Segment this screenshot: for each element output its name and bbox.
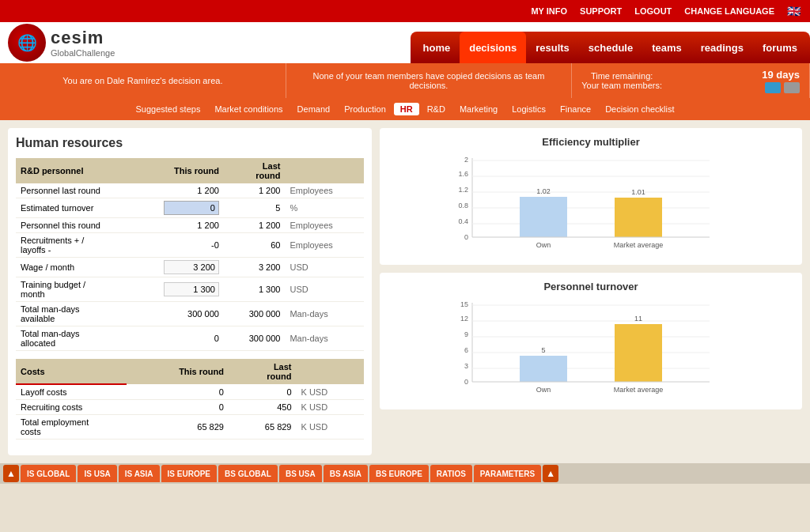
efficiency-chart-svg: 0 0.4 0.8 1.2 1.6 2 1.02 Own: [388, 154, 794, 257]
logo-sub: GlobalChallenge: [51, 48, 115, 58]
svg-text:1.02: 1.02: [536, 187, 551, 195]
subnav-rd[interactable]: R&D: [421, 103, 452, 115]
estimated-turnover-input[interactable]: [164, 201, 219, 215]
logout-link[interactable]: LOGOUT: [634, 6, 672, 16]
row-this-round: 0: [127, 384, 229, 400]
svg-text:0: 0: [464, 233, 468, 241]
turnover-market-bar: [615, 324, 662, 382]
rd-this-round-header: This round: [127, 158, 224, 183]
row-unit: K USD: [297, 384, 365, 400]
tab-is-asia[interactable]: IS ASIA: [119, 465, 160, 482]
nav-results[interactable]: results: [526, 32, 579, 63]
info-decision-area: You are on Dale Ramírez's decision area.: [0, 63, 286, 98]
header: 🌐 cesim GlobalChallenge home decisions r…: [0, 22, 810, 63]
svg-text:Market average: Market average: [614, 386, 664, 394]
row-last-round: 450: [229, 400, 297, 415]
support-link[interactable]: SUPPORT: [580, 6, 622, 16]
main-nav: home decisions results schedule teams re…: [411, 32, 810, 63]
tab-is-europe[interactable]: IS EUROPE: [161, 465, 217, 482]
row-unit: Employees: [285, 183, 364, 198]
table-row: Layoff costs 0 0 K USD: [16, 384, 364, 400]
row-last-round: 65 829: [229, 415, 297, 440]
subnav-suggested-steps[interactable]: Suggested steps: [129, 103, 206, 115]
nav-teams[interactable]: teams: [642, 32, 691, 63]
subnav-logistics[interactable]: Logistics: [505, 103, 552, 115]
row-last-round: 0: [229, 384, 297, 400]
wage-input[interactable]: [164, 260, 219, 274]
subnav-market-conditions[interactable]: Market conditions: [208, 103, 289, 115]
costs-last-round-header: Lastround: [229, 359, 297, 384]
tab-is-global[interactable]: IS GLOBAL: [21, 465, 76, 482]
row-last-round: 5: [224, 198, 286, 218]
efficiency-chart-box: Efficiency multiplier 0 0.4 0.8 1.2 1.6 …: [380, 128, 802, 265]
tab-ratios[interactable]: RATIOS: [430, 465, 472, 482]
tabs-right-arrow[interactable]: ▲: [543, 465, 558, 482]
tabs-left-arrow[interactable]: ▲: [3, 465, 19, 482]
svg-text:12: 12: [460, 315, 468, 323]
tab-bs-usa[interactable]: BS USA: [279, 465, 322, 482]
change-language-link[interactable]: CHANGE LANGUAGE: [684, 6, 774, 16]
row-this-round: -0: [127, 233, 224, 258]
row-last-round: 60: [224, 233, 286, 258]
tab-bs-europe[interactable]: BS EUROPE: [369, 465, 429, 482]
nav-decisions[interactable]: decisions: [460, 32, 526, 63]
subnav-decision-checklist[interactable]: Decision checklist: [599, 103, 680, 115]
subnav-hr[interactable]: HR: [394, 103, 419, 115]
main-content: Human resources R&D personnel This round…: [0, 120, 810, 463]
row-unit: %: [285, 198, 364, 218]
subnav-demand[interactable]: Demand: [291, 103, 337, 115]
row-last-round: 3 200: [224, 258, 286, 277]
tab-bs-asia[interactable]: BS ASIA: [324, 465, 368, 482]
nav-schedule[interactable]: schedule: [579, 32, 642, 63]
left-panel: Human resources R&D personnel This round…: [8, 128, 372, 455]
info-time: Time remaining: Your team members: 19 da…: [572, 63, 810, 98]
row-last-round: 1 300: [224, 277, 286, 302]
efficiency-own-bar: [520, 197, 567, 237]
row-unit: Man-days: [285, 302, 364, 326]
right-panel: Efficiency multiplier 0 0.4 0.8 1.2 1.6 …: [380, 128, 802, 455]
tab-parameters[interactable]: PARAMETERS: [474, 465, 541, 482]
row-input-cell[interactable]: [127, 198, 224, 218]
subnav-finance[interactable]: Finance: [554, 103, 597, 115]
logo-text: cesim GlobalChallenge: [51, 28, 115, 58]
svg-text:2: 2: [464, 156, 468, 164]
info-bar: You are on Dale Ramírez's decision area.…: [0, 63, 810, 98]
row-unit: Employees: [285, 233, 364, 258]
row-unit: Employees: [285, 218, 364, 233]
table-row: Recruitments + /layoffs - -0 60 Employee…: [16, 233, 364, 258]
efficiency-chart-title: Efficiency multiplier: [388, 136, 794, 148]
nav-readings[interactable]: readings: [691, 32, 753, 63]
logo: 🌐 cesim GlobalChallenge: [8, 24, 115, 62]
turnover-chart-area: 0 3 6 9 12 15 5 Own: [388, 299, 794, 402]
row-label: Recruitments + /layoffs -: [16, 233, 127, 258]
row-last-round: 300 000: [224, 302, 286, 326]
rd-last-round-header: Lastround: [224, 158, 286, 183]
tab-bs-global[interactable]: BS GLOBAL: [218, 465, 278, 482]
subnav-marketing[interactable]: Marketing: [453, 103, 504, 115]
costs-section-header: Costs: [16, 359, 127, 384]
row-input-cell[interactable]: [127, 258, 224, 277]
svg-text:Own: Own: [536, 241, 551, 249]
efficiency-chart-area: 0 0.4 0.8 1.2 1.6 2 1.02 Own: [388, 154, 794, 257]
row-this-round: 1 200: [127, 218, 224, 233]
training-budget-input[interactable]: [164, 282, 219, 296]
svg-text:1.01: 1.01: [631, 188, 645, 196]
info-team-decisions: None of your team members have copied de…: [286, 63, 573, 98]
row-this-round: 1 200: [127, 183, 224, 198]
svg-text:3: 3: [464, 362, 468, 370]
subnav-production[interactable]: Production: [338, 103, 392, 115]
days-remaining: 19 days: [762, 69, 800, 81]
row-label: Training budget /month: [16, 277, 127, 302]
svg-text:Market average: Market average: [614, 241, 664, 249]
row-input-cell[interactable]: [127, 277, 224, 302]
efficiency-market-bar: [615, 198, 662, 237]
nav-home[interactable]: home: [414, 32, 460, 63]
my-info-link[interactable]: MY INFO: [531, 6, 567, 16]
tab-is-usa[interactable]: IS USA: [78, 465, 116, 482]
costs-unit-header: [297, 359, 365, 384]
svg-text:1.2: 1.2: [458, 186, 468, 194]
nav-forums[interactable]: forums: [753, 32, 807, 63]
row-label: Wage / month: [16, 258, 127, 277]
row-label: Estimated turnover: [16, 198, 127, 218]
costs-this-round-header: This round: [127, 359, 229, 384]
